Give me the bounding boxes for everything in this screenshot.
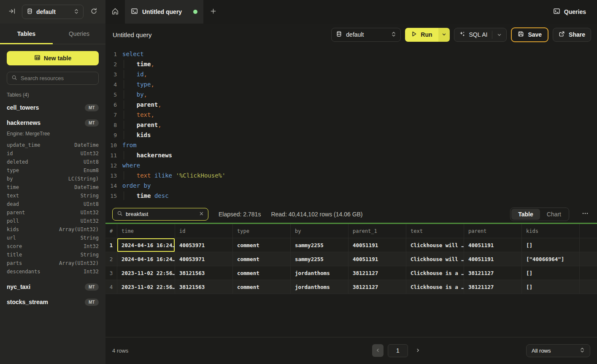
table-cell[interactable]: []	[522, 238, 580, 252]
table-cell[interactable]: 38121563	[175, 266, 233, 280]
column-type: UInt8	[84, 159, 99, 165]
save-button[interactable]: Save	[511, 27, 548, 42]
schema-column-row: timeDateTime	[7, 183, 99, 191]
line-code: time,	[117, 61, 154, 67]
column-type: Array(UInt32)	[59, 226, 99, 232]
results-search-input[interactable]	[126, 211, 196, 217]
token: from	[122, 142, 137, 148]
column-header[interactable]: time	[117, 224, 175, 238]
table-cell[interactable]: 40051191	[464, 238, 522, 252]
column-header[interactable]: parent	[464, 224, 522, 238]
share-button[interactable]: Share	[553, 28, 591, 42]
queries-button-label: Queries	[564, 8, 586, 15]
clear-search-button[interactable]	[199, 211, 204, 217]
new-table-button[interactable]: New table	[7, 51, 99, 65]
run-options-button[interactable]	[438, 28, 450, 42]
token	[151, 192, 154, 199]
chevron-down-icon[interactable]	[497, 32, 502, 37]
table-cell[interactable]: 40051191	[348, 252, 406, 266]
table-cell[interactable]: 2024-04-16 16:24…	[117, 252, 175, 266]
updown-chevron-icon	[74, 8, 79, 16]
table-cell[interactable]: jordanthoms	[291, 266, 348, 280]
table-cell[interactable]: comment	[233, 266, 291, 280]
table-cell[interactable]: 38121127	[348, 280, 406, 294]
view-tab-chart[interactable]: Chart	[540, 209, 568, 220]
line-number: 13	[105, 173, 117, 179]
table-cell[interactable]: 38121127	[348, 266, 406, 280]
sparkle-icon	[459, 31, 465, 38]
table-cell[interactable]: Clickhouse will …	[406, 252, 464, 266]
next-page-button[interactable]	[412, 344, 424, 357]
engine-badge: MT	[85, 299, 99, 306]
sidebar-tab-queries[interactable]: Queries	[53, 24, 105, 44]
line-code: by,	[117, 91, 147, 98]
column-header[interactable]: kids	[522, 224, 580, 238]
schema-column-row: partsArray(UInt32)	[7, 259, 99, 267]
table-cell[interactable]: 40051191	[464, 252, 522, 266]
sidebar-search-input[interactable]	[21, 75, 94, 81]
table-cell[interactable]: 2023-11-02 22:56…	[117, 266, 175, 280]
table-cell[interactable]: sammy2255	[291, 252, 348, 266]
table-cell[interactable]: comment	[233, 252, 291, 266]
new-tab-button[interactable]	[203, 0, 223, 24]
line-number: 14	[105, 183, 117, 189]
table-cell[interactable]: comment	[233, 280, 291, 294]
table-cell[interactable]: jordanthoms	[291, 280, 348, 294]
column-header[interactable]: id	[175, 224, 233, 238]
database-selector[interactable]: default	[22, 5, 84, 19]
column-header[interactable]: type	[233, 224, 291, 238]
tab-untitled-query[interactable]: Untitled query	[125, 0, 203, 24]
column-name: title	[7, 252, 22, 258]
table-cell[interactable]: 38121127	[464, 280, 522, 294]
token	[122, 121, 137, 128]
table-cell[interactable]: 38121127	[464, 266, 522, 280]
table-cell[interactable]: Clickhouse will …	[406, 238, 464, 252]
view-tab-table[interactable]: Table	[511, 209, 540, 220]
table-cell[interactable]: 40053971	[175, 252, 233, 266]
sidebar-item-stocks-stream[interactable]: stocks_stream MT	[7, 297, 99, 307]
column-header[interactable]: #	[105, 224, 117, 238]
sidebar-collapse-button[interactable]	[6, 6, 18, 18]
table-cell[interactable]: []	[522, 266, 580, 280]
column-type: UInt32	[81, 210, 99, 216]
line-code: kids	[117, 132, 151, 138]
refresh-button[interactable]	[88, 6, 100, 18]
schema-column-list: update_timeDateTimeidUInt32deletedUInt8t…	[7, 141, 99, 276]
sidebar-item-nyc-taxi[interactable]: nyc_taxi MT	[7, 281, 99, 292]
editor-line: 9 kids	[105, 130, 597, 140]
table-cell[interactable]: 2024-04-16 16:24…	[117, 238, 175, 252]
table-cell[interactable]: Clickhouse is a …	[406, 266, 464, 280]
column-header[interactable]: by	[291, 224, 348, 238]
table-cell[interactable]: 38121563	[175, 280, 233, 294]
table-name: nyc_taxi	[7, 283, 30, 290]
share-icon	[559, 31, 565, 38]
table-cell[interactable]: []	[522, 280, 580, 294]
page-number-button[interactable]: 1	[388, 344, 408, 357]
table-cell[interactable]: Clickhouse is a …	[406, 280, 464, 294]
more-options-button[interactable]	[579, 210, 591, 218]
sql-editor[interactable]: 1select2 time,3 id,4 type,5 by,6 parent,…	[105, 46, 597, 205]
sidebar-item-hackernews[interactable]: hackernews MT	[7, 117, 99, 128]
column-header[interactable]: text	[406, 224, 464, 238]
table-cell[interactable]: ["40066964"]	[522, 252, 580, 266]
table-cell[interactable]: 2023-11-02 22:56…	[117, 280, 175, 294]
table-cell[interactable]: 40053971	[175, 238, 233, 252]
table-cell[interactable]: comment	[233, 238, 291, 252]
column-header[interactable]: parent_1	[348, 224, 406, 238]
run-button[interactable]: Run	[405, 28, 438, 42]
table-row: 22024-04-16 16:24…40053971commentsammy22…	[105, 252, 597, 266]
line-code: id,	[117, 71, 147, 78]
table-cell[interactable]: 40051191	[348, 238, 406, 252]
table-cell[interactable]: sammy2255	[291, 238, 348, 252]
terminal-icon	[131, 8, 138, 16]
token: ,	[158, 121, 161, 128]
home-button[interactable]	[105, 0, 125, 24]
query-database-selector[interactable]: default	[331, 28, 401, 42]
page-size-selector[interactable]: All rows	[526, 344, 590, 357]
sql-ai-button[interactable]: SQL AI	[454, 28, 507, 42]
column-type: DateTime	[74, 184, 99, 190]
sidebar-item-cell-towers[interactable]: cell_towers MT	[7, 102, 99, 113]
sidebar-tab-tables[interactable]: Tables	[0, 24, 53, 44]
queries-button[interactable]: Queries	[553, 8, 586, 16]
previous-page-button[interactable]	[372, 344, 384, 357]
